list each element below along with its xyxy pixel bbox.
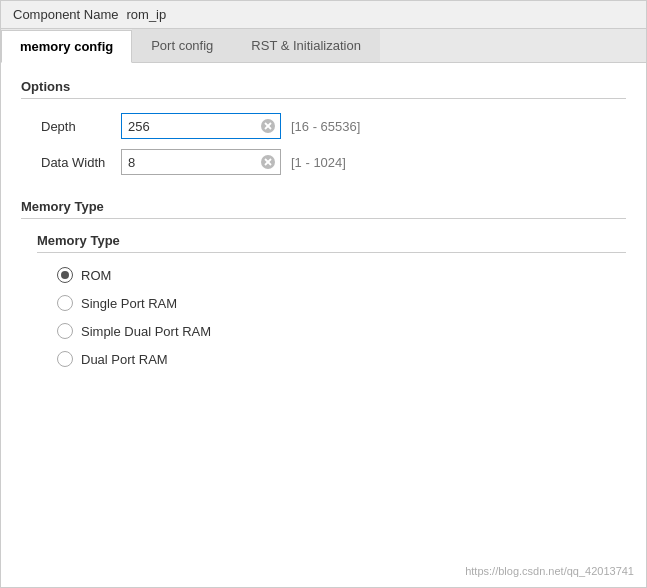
radio-simple-dual-port-ram[interactable]: Simple Dual Port RAM <box>57 323 626 339</box>
data-width-input[interactable] <box>121 149 281 175</box>
component-name-row: Component Name rom_ip <box>1 1 646 29</box>
tab-port-config[interactable]: Port config <box>132 29 232 62</box>
radio-label-dual-port-ram: Dual Port RAM <box>81 352 168 367</box>
memory-type-inner-header: Memory Type <box>37 233 626 248</box>
data-width-hint: [1 - 1024] <box>291 155 346 170</box>
depth-label: Depth <box>41 119 121 134</box>
memory-type-outer-divider <box>21 218 626 219</box>
data-width-clear-button[interactable] <box>259 153 277 171</box>
watermark: https://blog.csdn.net/qq_42013741 <box>465 565 634 577</box>
tab-rst-initialization[interactable]: RST & Initialization <box>232 29 380 62</box>
radio-single-port-ram[interactable]: Single Port RAM <box>57 295 626 311</box>
radio-label-rom: ROM <box>81 268 111 283</box>
data-width-label: Data Width <box>41 155 121 170</box>
memory-type-outer-header: Memory Type <box>21 199 626 214</box>
options-header: Options <box>21 79 626 94</box>
radio-circle-single-port-ram <box>57 295 73 311</box>
tabs-row: memory config Port config RST & Initiali… <box>1 29 646 63</box>
main-window: Component Name rom_ip memory config Port… <box>0 0 647 588</box>
depth-field-row: Depth [16 - 65536] <box>41 113 626 139</box>
data-width-field-row: Data Width [1 - 1024] <box>41 149 626 175</box>
data-width-input-wrapper <box>121 149 281 175</box>
component-name-label: Component Name <box>13 7 119 22</box>
radio-dual-port-ram[interactable]: Dual Port RAM <box>57 351 626 367</box>
memory-type-section: Memory Type Memory Type ROM Single Por <box>21 199 626 367</box>
content-area: Options Depth [16 - 65536] <box>1 63 646 587</box>
depth-clear-button[interactable] <box>259 117 277 135</box>
tab-memory-config[interactable]: memory config <box>1 30 132 63</box>
radio-label-single-port-ram: Single Port RAM <box>81 296 177 311</box>
radio-circle-dual-port-ram <box>57 351 73 367</box>
radio-rom[interactable]: ROM <box>57 267 626 283</box>
options-divider <box>21 98 626 99</box>
memory-type-inner-divider <box>37 252 626 253</box>
depth-input[interactable] <box>121 113 281 139</box>
radio-label-simple-dual-port-ram: Simple Dual Port RAM <box>81 324 211 339</box>
component-name-value: rom_ip <box>127 7 167 22</box>
clear-icon <box>260 154 276 170</box>
memory-type-inner: Memory Type ROM Single Port RAM <box>37 233 626 367</box>
clear-icon <box>260 118 276 134</box>
memory-type-radio-group: ROM Single Port RAM Simple Dual Port RAM <box>57 267 626 367</box>
depth-hint: [16 - 65536] <box>291 119 360 134</box>
depth-input-wrapper <box>121 113 281 139</box>
radio-circle-rom <box>57 267 73 283</box>
radio-circle-simple-dual-port-ram <box>57 323 73 339</box>
options-section: Options Depth [16 - 65536] <box>21 79 626 175</box>
